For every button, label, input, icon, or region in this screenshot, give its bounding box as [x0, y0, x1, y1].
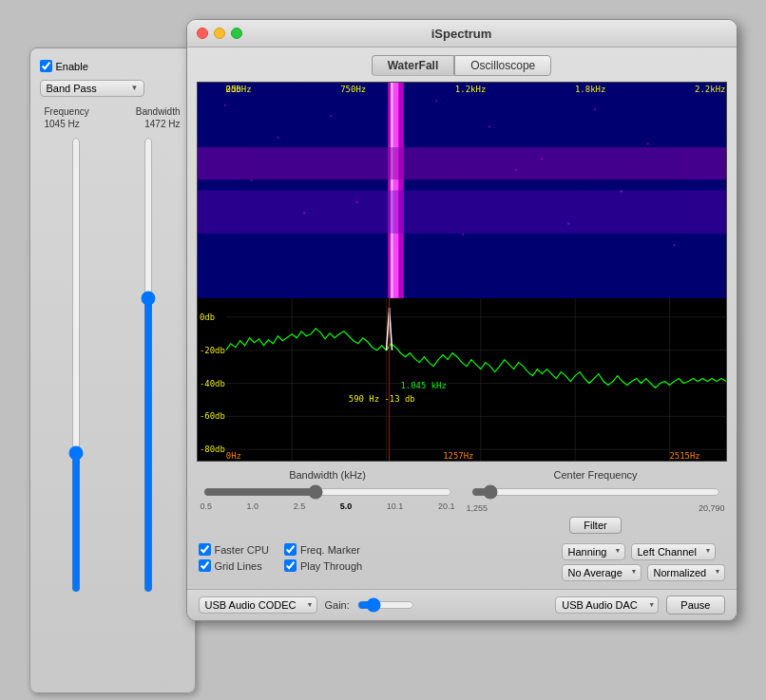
dropdowns-group: Hanning Left Channel No Average	[562, 543, 725, 581]
freq-marker-item: Freq. Marker	[284, 543, 362, 556]
dropdowns-row-2: No Average Normalized	[562, 564, 725, 581]
enable-row: Enable	[40, 60, 185, 72]
bandwidth-slider-wrapper	[199, 484, 457, 501]
svg-text:1.045 kHz: 1.045 kHz	[400, 380, 446, 389]
svg-rect-17	[355, 201, 357, 203]
waterfall-svg	[198, 83, 726, 298]
svg-rect-10	[435, 100, 437, 102]
traffic-lights	[197, 28, 242, 39]
svg-rect-21	[620, 190, 622, 192]
svg-rect-30	[609, 266, 610, 267]
svg-rect-40	[683, 201, 684, 202]
center-freq-values: 1,255 20,790	[467, 503, 725, 513]
window-title: iSpectrum	[431, 27, 492, 41]
bandwidth-value: 1472 Hz	[144, 119, 180, 129]
svg-rect-8	[277, 137, 278, 139]
normalize-dropdown[interactable]: Normalized	[647, 564, 725, 581]
tabs-row: WaterFall Oscilloscope	[187, 47, 737, 82]
faster-cpu-item: Faster CPU	[199, 543, 269, 556]
gain-label: Gain:	[325, 599, 350, 611]
bandwidth-slider-container	[139, 137, 158, 593]
bandwidth-slider[interactable]	[139, 137, 158, 593]
freq-marker-checkbox[interactable]	[284, 543, 297, 556]
tab-oscilloscope[interactable]: Oscilloscope	[454, 55, 551, 76]
frequency-label: Frequency	[45, 106, 89, 117]
play-through-checkbox[interactable]	[284, 559, 297, 572]
svg-rect-31	[662, 281, 663, 282]
svg-rect-6	[198, 190, 726, 233]
enable-checkbox[interactable]	[40, 60, 52, 72]
bw-tick-1: 1.0	[247, 501, 259, 511]
svg-rect-9	[330, 115, 332, 117]
tab-waterfall[interactable]: WaterFall	[372, 55, 455, 76]
bandwidth-range-slider[interactable]	[203, 484, 452, 500]
svg-rect-36	[472, 115, 473, 116]
bw-tick-0: 0.5	[201, 501, 213, 511]
bw-tick-2: 2.5	[294, 501, 306, 511]
svg-rect-29	[557, 237, 558, 238]
channel-dropdown[interactable]: Left Channel	[631, 543, 716, 560]
svg-text:2515Hz: 2515Hz	[669, 451, 699, 461]
main-window: iSpectrum WaterFall Oscilloscope	[186, 19, 737, 621]
svg-rect-13	[594, 108, 596, 110]
grid-lines-item: Grid Lines	[199, 559, 269, 572]
spectrum-display: 0db 250Hz 750Hz 1.2kHz 1.8kHz 2.2kHz	[197, 82, 727, 462]
svg-rect-26	[398, 130, 399, 131]
bandwidth-ticks: 0.5 1.0 2.5 5.0 10.1 20.1	[199, 501, 457, 511]
bandwidth-section-label: Bandwidth (kHz)	[199, 469, 457, 481]
svg-rect-5	[198, 147, 726, 180]
svg-rect-37	[525, 137, 526, 138]
svg-rect-18	[462, 234, 464, 236]
freq-bw-values: 1045 Hz 1472 Hz	[40, 119, 185, 129]
bw-tick-3: 5.0	[340, 501, 353, 511]
svg-text:0db: 0db	[199, 312, 214, 322]
filter-button[interactable]: Filter	[569, 517, 621, 534]
svg-rect-27	[450, 173, 451, 174]
filter-type-wrapper: Band Pass	[40, 80, 144, 97]
center-freq-control: Center Frequency 1,255 20,790 Filter	[467, 469, 725, 538]
bw-tick-4: 10.1	[387, 501, 404, 511]
average-dropdown[interactable]: No Average	[562, 564, 642, 581]
pause-button[interactable]: Pause	[666, 596, 724, 615]
center-freq-slider[interactable]	[471, 484, 720, 500]
bandwidth-label-left: Bandwidth	[136, 106, 181, 117]
checkboxes-group: Faster CPU Grid Lines Freq. Marker Play …	[199, 543, 363, 572]
svg-text:-20db: -20db	[199, 346, 224, 355]
minimize-button[interactable]	[214, 28, 225, 39]
svg-rect-32	[260, 251, 261, 252]
svg-text:-60db: -60db	[199, 411, 224, 421]
svg-text:-40db: -40db	[199, 378, 224, 388]
maximize-button[interactable]	[231, 28, 242, 39]
options-row: Faster CPU Grid Lines Freq. Marker Play …	[199, 543, 725, 581]
grid-lines-label: Grid Lines	[215, 560, 262, 572]
svg-rect-11	[488, 125, 489, 127]
input-device-select[interactable]: USB Audio CODEC	[199, 596, 317, 614]
grid-lines-checkbox[interactable]	[199, 559, 211, 572]
enable-label: Enable	[56, 61, 88, 72]
output-device-wrap: USB Audio DAC	[555, 596, 659, 614]
dropdowns-row-1: Hanning Left Channel	[562, 543, 725, 560]
checkbox-col-left: Faster CPU Grid Lines	[199, 543, 269, 572]
svg-rect-34	[366, 288, 367, 289]
center-freq-slider-wrapper	[467, 484, 725, 501]
close-button[interactable]	[197, 28, 208, 39]
faster-cpu-label: Faster CPU	[215, 544, 269, 556]
center-freq-label: Center Frequency	[467, 469, 725, 481]
frequency-slider[interactable]	[67, 137, 86, 593]
gain-slider[interactable]	[357, 597, 414, 613]
bw-tick-5: 20.1	[438, 501, 455, 511]
waterfall-canvas: 0db 250Hz 750Hz 1.2kHz 1.8kHz 2.2kHz	[198, 83, 726, 298]
svg-rect-7	[223, 104, 225, 106]
input-device-wrap: USB Audio CODEC	[199, 596, 317, 614]
window-dropdown[interactable]: Hanning	[562, 543, 625, 560]
faster-cpu-checkbox[interactable]	[199, 543, 211, 556]
bottom-bar: USB Audio CODEC Gain: USB Audio DAC Paus…	[187, 589, 737, 620]
controls-area: Bandwidth (kHz) 0.5 1.0 2.5 5.0 10.1 20.…	[187, 462, 737, 589]
svg-text:-80db: -80db	[199, 445, 224, 454]
spectrum-svg: 0db -20db -40db -60db -80db 590 Hz -13 d…	[198, 298, 726, 461]
svg-rect-38	[578, 186, 579, 187]
filter-type-select[interactable]: Band Pass	[40, 80, 144, 97]
bandwidth-section: Bandwidth (kHz) 0.5 1.0 2.5 5.0 10.1 20.…	[199, 469, 725, 538]
play-through-label: Play Through	[300, 560, 362, 572]
output-device-select[interactable]: USB Audio DAC	[555, 596, 659, 614]
